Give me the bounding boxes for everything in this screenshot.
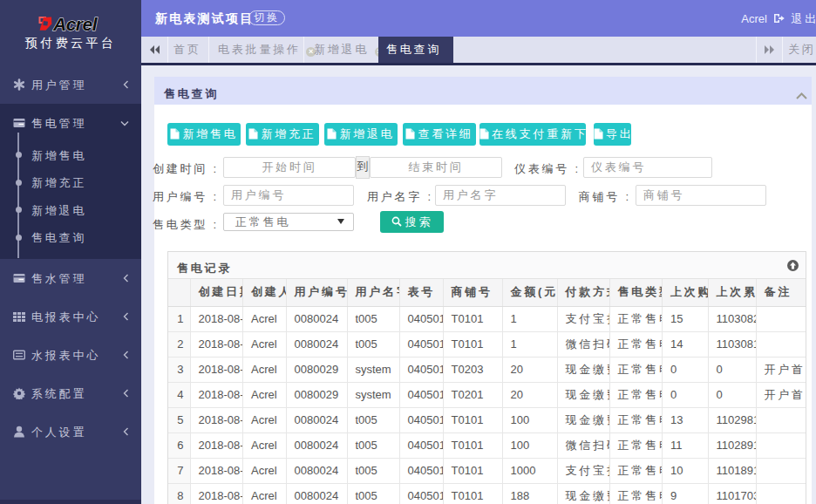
svg-text:Acrel: Acrel bbox=[52, 14, 99, 32]
